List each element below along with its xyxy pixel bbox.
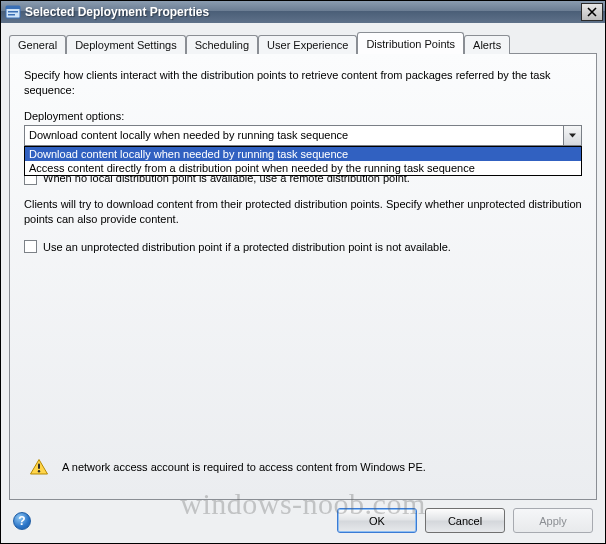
close-button[interactable] <box>581 3 603 21</box>
deployment-options-dropdown-list[interactable]: Download content locally when needed by … <box>24 146 582 176</box>
help-button[interactable]: ? <box>13 512 31 530</box>
ok-button[interactable]: OK <box>337 508 417 533</box>
svg-rect-2 <box>8 11 18 13</box>
tab-distribution-points[interactable]: Distribution Points <box>357 32 464 54</box>
tab-alerts[interactable]: Alerts <box>464 35 510 54</box>
tab-user-experience[interactable]: User Experience <box>258 35 357 54</box>
window-title: Selected Deployment Properties <box>25 5 581 19</box>
cancel-button[interactable]: Cancel <box>425 508 505 533</box>
deployment-options-combobox[interactable]: Download content locally when needed by … <box>24 125 582 146</box>
tab-label: Distribution Points <box>366 38 455 50</box>
deployment-options-label: Deployment options: <box>24 110 582 122</box>
unprotected-dp-checkbox[interactable] <box>24 240 37 253</box>
unprotected-dp-checkbox-label: Use an unprotected distribution point if… <box>43 241 451 253</box>
warning-row: A network access account is required to … <box>30 459 582 475</box>
client-area: General Deployment Settings Scheduling U… <box>1 23 605 543</box>
apply-button[interactable]: Apply <box>513 508 593 533</box>
panel-intro-text: Specify how clients interact with the di… <box>24 68 582 98</box>
svg-rect-4 <box>38 464 40 470</box>
titlebar[interactable]: Selected Deployment Properties <box>1 1 605 23</box>
app-icon <box>5 4 21 20</box>
tab-label: Deployment Settings <box>75 39 177 51</box>
dialog-footer: ? OK Cancel Apply <box>9 500 597 537</box>
combobox-dropdown-button[interactable] <box>563 126 581 145</box>
button-label: OK <box>369 515 385 527</box>
tab-scheduling[interactable]: Scheduling <box>186 35 258 54</box>
svg-point-5 <box>38 470 40 472</box>
button-label: Apply <box>539 515 567 527</box>
combobox-selected-text: Download content locally when needed by … <box>29 129 563 141</box>
warning-icon <box>30 459 48 475</box>
warning-text: A network access account is required to … <box>62 461 426 473</box>
tab-label: Alerts <box>473 39 501 51</box>
combobox-option[interactable]: Download content locally when needed by … <box>25 147 581 161</box>
svg-rect-3 <box>8 14 15 16</box>
combobox-option[interactable]: Access content directly from a distribut… <box>25 161 581 175</box>
button-label: Cancel <box>448 515 482 527</box>
tabstrip: General Deployment Settings Scheduling U… <box>9 32 597 54</box>
tab-deployment-settings[interactable]: Deployment Settings <box>66 35 186 54</box>
tab-label: User Experience <box>267 39 348 51</box>
tab-panel-distribution-points: Specify how clients interact with the di… <box>9 53 597 500</box>
tab-label: Scheduling <box>195 39 249 51</box>
svg-rect-1 <box>6 6 20 9</box>
dialog-window: Selected Deployment Properties General D… <box>0 0 606 544</box>
chevron-down-icon <box>568 131 577 140</box>
tab-general[interactable]: General <box>9 35 66 54</box>
clients-download-text: Clients will try to download content fro… <box>24 197 582 227</box>
tab-label: General <box>18 39 57 51</box>
